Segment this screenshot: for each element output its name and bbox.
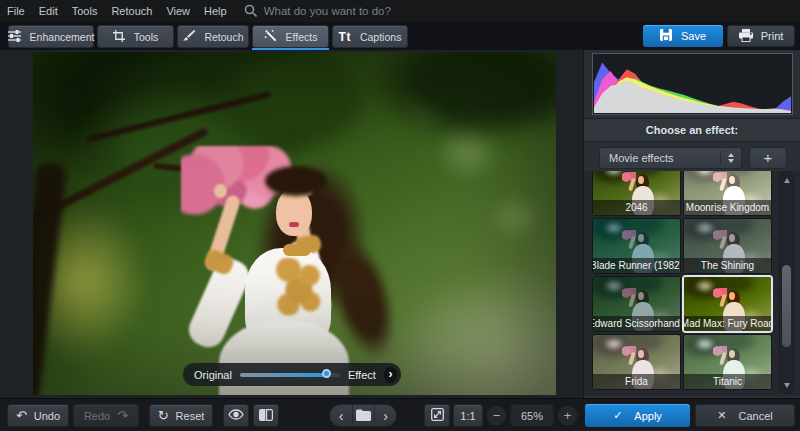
previous-image-button[interactable]: ‹ (330, 404, 352, 427)
menu-item-tools[interactable]: Tools (65, 0, 105, 22)
add-effect-button[interactable]: + (749, 147, 787, 169)
before-after-view-button[interactable] (253, 404, 279, 427)
zoom-in-button[interactable]: + (557, 405, 578, 426)
check-icon: ✓ (613, 409, 622, 422)
menu-item-help[interactable]: Help (197, 0, 234, 22)
reset-icon: ↻ (158, 409, 169, 422)
compare-slider-fill (240, 373, 328, 377)
effect-name: Titanic (684, 374, 771, 389)
save-button[interactable]: Save (643, 25, 723, 47)
effect-name: Frida (593, 374, 680, 389)
tab-label: Effects (286, 31, 318, 43)
minus-icon: − (493, 409, 501, 422)
effect-label: Effect (348, 369, 376, 381)
histogram (594, 55, 791, 113)
effects-panel: Choose an effect: Movie effects + 2046 M… (583, 50, 800, 398)
scroll-up-icon[interactable] (780, 174, 793, 186)
file-navigation-group: ‹ › (329, 404, 397, 427)
cancel-button[interactable]: ✕ Cancel (695, 404, 795, 427)
magic-wand-icon (264, 29, 277, 44)
photo-canvas: Original Effect › (33, 52, 556, 395)
floppy-icon (660, 29, 672, 43)
effect-thumbnail[interactable]: Blade Runner (1982) (593, 219, 680, 273)
next-image-button[interactable]: › (374, 404, 396, 427)
captions-icon: Tt (339, 30, 351, 44)
scrollbar-thumb[interactable] (782, 265, 791, 347)
close-icon: ✕ (717, 409, 726, 422)
ratio-label: 1:1 (460, 410, 475, 422)
zoom-level[interactable]: 65% (510, 404, 554, 427)
reset-button[interactable]: ↻ Reset (149, 404, 213, 427)
menubar: File Edit Tools Retouch View Help What d… (0, 0, 800, 22)
undo-label: Undo (34, 410, 60, 422)
search-icon (244, 4, 257, 19)
next-effect-button[interactable]: › (384, 367, 397, 383)
before-after-slider: Original Effect › (183, 363, 401, 386)
undo-icon: ↶ (16, 409, 27, 422)
brush-icon (182, 30, 195, 44)
effect-name: Mad Max: Fury Road (684, 316, 771, 331)
redo-button[interactable]: Redo ↷ (73, 404, 139, 427)
tab-effects[interactable]: Effects (252, 25, 329, 48)
folder-icon (356, 408, 371, 424)
tab-label: Enhancement (30, 31, 95, 43)
effect-thumbnail[interactable]: Titanic (684, 335, 771, 389)
effect-name: Edward Scissorhands (593, 316, 680, 331)
crop-icon (113, 30, 125, 44)
effect-name: The Shining (684, 258, 771, 273)
save-label: Save (681, 30, 706, 42)
fit-to-screen-button[interactable] (424, 404, 450, 427)
tab-label: Tools (134, 31, 159, 43)
effect-thumbnail-selected[interactable]: Mad Max: Fury Road (684, 277, 771, 331)
tab-label: Captions (360, 31, 401, 43)
effect-thumbnail[interactable]: The Shining (684, 219, 771, 273)
menu-item-view[interactable]: View (159, 0, 197, 22)
tab-captions[interactable]: Tt Captions (332, 25, 408, 48)
menu-item-retouch[interactable]: Retouch (104, 0, 159, 22)
print-label: Print (761, 30, 784, 42)
show-original-button[interactable] (223, 404, 249, 427)
apply-button[interactable]: ✓ Apply (585, 404, 690, 427)
zoom-out-button[interactable]: − (486, 405, 507, 426)
image-canvas-area: Original Effect › (0, 50, 583, 398)
chevron-left-icon: ‹ (339, 408, 344, 424)
open-folder-button[interactable] (352, 404, 374, 427)
scroll-down-icon[interactable] (780, 379, 793, 391)
effect-name: Moonrise Kingdom (684, 200, 771, 215)
effects-scrollbar[interactable] (779, 171, 794, 394)
bottom-toolbar: ↶ Undo Redo ↷ ↻ Reset ‹ › (0, 398, 800, 431)
eye-icon (228, 409, 244, 422)
tab-label: Retouch (204, 31, 243, 43)
effect-thumbnail[interactable]: 2046 (593, 171, 680, 215)
redo-label: Redo (84, 410, 110, 422)
redo-icon: ↷ (117, 409, 128, 422)
toolbar: Enhancement Tools Retouch Effects Tt Cap… (0, 22, 800, 50)
print-button[interactable]: Print (727, 25, 795, 47)
effect-name: Blade Runner (1982) (593, 258, 680, 273)
search-input[interactable]: What do you want to do? (244, 4, 391, 19)
tab-retouch[interactable]: Retouch (177, 25, 249, 48)
effect-category-select[interactable]: Movie effects (599, 147, 742, 169)
effect-thumbnail[interactable]: Edward Scissorhands (593, 277, 680, 331)
undo-button[interactable]: ↶ Undo (7, 404, 69, 427)
photo-editor-window: File Edit Tools Retouch View Help What d… (0, 0, 800, 431)
effect-thumbnail[interactable]: Frida (593, 335, 680, 389)
actual-size-button[interactable]: 1:1 (453, 404, 483, 427)
menu-item-edit[interactable]: Edit (32, 0, 65, 22)
tab-tools[interactable]: Tools (97, 25, 174, 48)
menu-item-file[interactable]: File (0, 0, 32, 22)
selected-category: Movie effects (600, 152, 720, 164)
main-area: Original Effect › Choose an effect: Movi… (0, 50, 800, 398)
plus-icon: + (564, 409, 572, 422)
panel-header: Choose an effect: (584, 118, 800, 142)
cancel-label: Cancel (738, 410, 772, 422)
chevron-right-icon: › (383, 408, 388, 424)
printer-icon (739, 29, 753, 44)
effect-thumbnail[interactable]: Moonrise Kingdom (684, 171, 771, 215)
tab-enhancement[interactable]: Enhancement (8, 25, 94, 48)
reset-label: Reset (176, 410, 205, 422)
sliders-icon (8, 30, 21, 44)
compare-slider-track[interactable] (240, 373, 340, 377)
original-label: Original (194, 369, 232, 381)
compare-slider-handle[interactable] (322, 369, 331, 378)
